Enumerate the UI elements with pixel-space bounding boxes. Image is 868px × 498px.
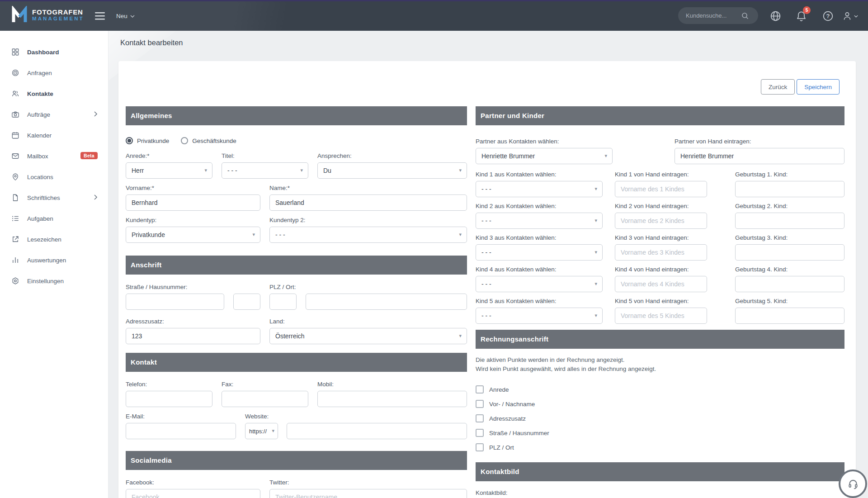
checkbox-row-strasse-hausnummer[interactable]: Straße / Hausnummer — [476, 429, 844, 437]
kundentyp-select[interactable]: Privatkunde ▾ — [126, 227, 260, 243]
hausnummer-input[interactable] — [233, 294, 260, 310]
sidebar-item-locations[interactable]: Locations — [0, 166, 108, 187]
mobil-input[interactable] — [317, 391, 467, 407]
radio-geschaeftskunde[interactable]: Geschäftskunde — [181, 137, 236, 144]
checkbox-row-vor-nachname[interactable]: Vor- / Nachname — [476, 400, 844, 408]
privatkunde-radio[interactable] — [126, 137, 133, 144]
partner-hand-input[interactable] — [675, 148, 844, 164]
kind-1-select[interactable]: - - - ▾ — [476, 181, 603, 197]
form-row: Kundentyp: Privatkunde ▾ Kundentyp 2: - … — [126, 217, 467, 243]
external-link-icon — [11, 235, 19, 243]
kind-row: Kind 3 aus Kontakten wählen: - - - ▾ Kin… — [476, 234, 844, 261]
checkbox-row-plz-ort[interactable]: PLZ / Ort — [476, 443, 844, 451]
calendar-icon — [11, 131, 19, 139]
kind-2-hand-input[interactable] — [615, 213, 707, 229]
dashboard-icon — [11, 48, 19, 56]
kind-1-geburtstag-input[interactable] — [735, 181, 844, 197]
back-button[interactable]: Zurück — [761, 79, 795, 95]
sidebar-item-auswertungen[interactable]: Auswertungen — [0, 250, 108, 270]
sidebar-item-kalender[interactable]: Kalender — [0, 125, 108, 146]
kind-3-geburtstag-input[interactable] — [735, 244, 844, 261]
partner-select-label: Partner aus Kontakten wählen: — [476, 138, 613, 145]
website-input[interactable] — [287, 423, 467, 439]
vor-nachname-checkbox[interactable] — [476, 400, 484, 408]
partner-select[interactable]: Henriette Brummer ▾ — [476, 148, 613, 164]
kind-5-geburtstag-input[interactable] — [735, 308, 844, 324]
language-button[interactable] — [770, 10, 781, 23]
kind-row: Kind 4 aus Kontakten wählen: - - - ▾ Kin… — [476, 266, 844, 292]
radio-privatkunde[interactable]: Privatkunde — [126, 137, 169, 144]
save-button[interactable]: Speichern — [797, 79, 840, 95]
kind-row: Kind 5 aus Kontakten wählen: - - - ▾ Kin… — [476, 298, 844, 324]
kind-5-select[interactable]: - - - ▾ — [476, 308, 603, 324]
sidebar-item-mailbox[interactable]: Mailbox Beta — [0, 146, 108, 166]
sidebar-item-aufgaben[interactable]: Aufgaben — [0, 208, 108, 229]
kind-5-hand-input[interactable] — [615, 308, 707, 324]
chevron-right-icon — [94, 194, 97, 200]
kundentyp2-select[interactable]: - - - ▾ — [269, 227, 467, 243]
sidebar-item-auftraege[interactable]: Aufträge — [0, 104, 108, 125]
navbar: FOTOGRAFEN MANAGEMENT Neu — [0, 1, 868, 31]
sidebar-item-schriftliches[interactable]: Schriftliches — [0, 187, 108, 208]
plz-input[interactable] — [269, 294, 297, 310]
ort-input[interactable] — [306, 294, 467, 310]
land-select[interactable]: Österreich ▾ — [269, 328, 467, 344]
checkbox-row-anrede[interactable]: Anrede — [476, 385, 844, 394]
checkbox-row-adresszusatz[interactable]: Adresszusatz — [476, 414, 844, 422]
anrede-select[interactable]: Herr ▾ — [126, 162, 212, 179]
adresszusatz-label: Adresszusatz: — [126, 318, 260, 325]
kind-4-select[interactable]: - - - ▾ — [476, 276, 603, 292]
form-row: Adresszusatz: Land: Österreich ▾ — [126, 318, 467, 344]
vorname-input[interactable] — [126, 194, 260, 211]
twitter-input[interactable] — [269, 489, 467, 498]
website-protocol-select[interactable]: https:// ▾ — [245, 423, 278, 439]
telefon-input[interactable] — [126, 391, 212, 407]
customer-search-input[interactable] — [678, 12, 741, 19]
chevron-down-icon: ▾ — [594, 281, 597, 287]
strasse-hausnummer-checkbox[interactable] — [476, 429, 484, 437]
help-button[interactable]: ? — [822, 10, 834, 23]
kind-1-hand-input[interactable] — [615, 181, 707, 197]
kind-3-select[interactable]: - - - ▾ — [476, 244, 603, 261]
rechnungsanschrift-options: Anrede Vor- / Nachname Adresszusatz Stra… — [476, 385, 844, 451]
section-header-socialmedia: Socialmedia — [126, 451, 467, 470]
strasse-input[interactable] — [126, 294, 224, 310]
kundentyp-label: Kundentyp: — [126, 217, 260, 224]
notification-count-badge: 5 — [803, 6, 811, 14]
facebook-input[interactable] — [126, 489, 260, 498]
sidebar-item-anfragen[interactable]: Anfragen — [0, 62, 108, 83]
sidebar-item-dashboard[interactable]: Dashboard — [0, 42, 108, 62]
geschaeftskunde-radio[interactable] — [181, 137, 188, 144]
notifications-button[interactable]: 5 — [796, 10, 807, 24]
name-input[interactable] — [269, 194, 467, 211]
partner-row: Partner aus Kontakten wählen: Henriette … — [476, 138, 844, 164]
kind-3-hand-input[interactable] — [615, 244, 707, 261]
adresszusatz-input[interactable] — [126, 328, 260, 344]
kind-2-select[interactable]: - - - ▾ — [476, 213, 603, 229]
support-button[interactable] — [839, 470, 867, 498]
anrede-checkbox[interactable] — [476, 385, 484, 394]
email-input[interactable] — [126, 423, 236, 439]
plz-ort-checkbox[interactable] — [476, 443, 484, 451]
chevron-right-icon — [94, 111, 97, 117]
brand[interactable]: FOTOGRAFEN MANAGEMENT — [11, 6, 84, 24]
sidebar-item-kontakte[interactable]: Kontakte — [0, 83, 108, 104]
new-menu-dropdown[interactable]: Neu — [116, 13, 135, 19]
sidebar-item-lesezeichen[interactable]: Lesezeichen — [0, 229, 108, 250]
website-label: Website: — [245, 413, 278, 420]
titel-select[interactable]: - - - ▾ — [222, 162, 308, 179]
ansprechen-select[interactable]: Du ▾ — [317, 162, 467, 179]
account-menu[interactable] — [842, 10, 858, 22]
fax-input[interactable] — [222, 391, 308, 407]
adresszusatz-checkbox[interactable] — [476, 414, 484, 422]
kind-2-geburtstag-input[interactable] — [735, 213, 844, 229]
sidebar-item-einstellungen[interactable]: Einstellungen — [0, 270, 108, 291]
rechnungsanschrift-info: Die aktiven Punkte werden in der Rechnun… — [476, 356, 844, 374]
hamburger-menu-button[interactable] — [95, 12, 105, 21]
kind-4-hand-input[interactable] — [615, 276, 707, 292]
section-header-rechnungsanschrift: Rechnungsanschrift — [476, 330, 844, 349]
kind-4-geburtstag-input[interactable] — [735, 276, 844, 292]
telefon-label: Telefon: — [126, 381, 212, 388]
search-icon[interactable] — [741, 12, 749, 19]
right-column: Partner und Kinder Partner aus Kontakten… — [476, 106, 844, 498]
